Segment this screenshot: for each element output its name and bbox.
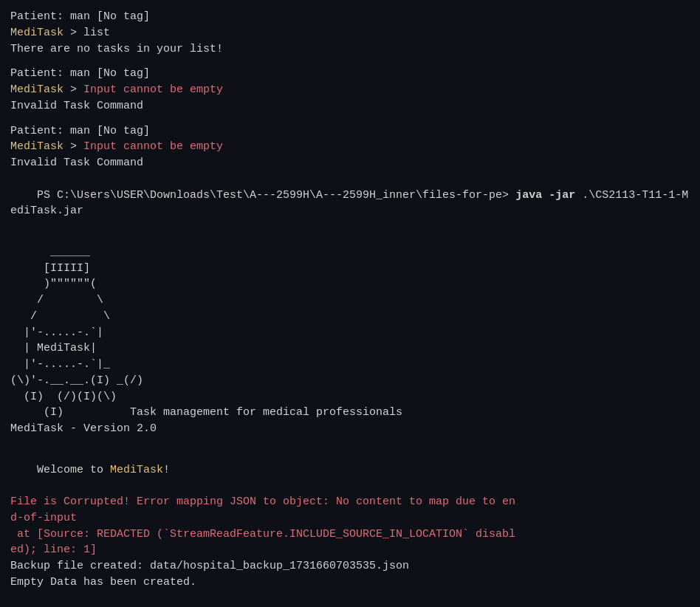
meditask-name-welcome: MediTask — [110, 464, 163, 476]
spacer-1 — [10, 57, 690, 66]
patient-label-1: Patient: man [No tag] — [10, 9, 690, 25]
file-corrupted-line: File is Corrupted! Error mapping JSON to… — [10, 494, 690, 527]
patient-label-3: Patient: man [No tag] — [10, 123, 690, 140]
welcome-line: Welcome to MediTask! — [10, 446, 690, 494]
prompt-line-3: MediTask > Input cannot be empty — [10, 139, 690, 155]
invalid-cmd-1: Invalid Task Command — [10, 98, 690, 114]
welcome-text: Welcome to — [37, 464, 110, 476]
patient-label-2: Patient: man [No tag] — [10, 66, 690, 82]
source-error-line: at [Source: REDACTED (`StreamReadFeature… — [10, 527, 690, 559]
meditask-prompt-2: MediTask — [10, 83, 64, 96]
prompt-arrow-2: > — [64, 83, 83, 96]
prompt-line-1: MediTask > list — [10, 25, 690, 41]
spacer-3 — [10, 236, 690, 244]
meditask-prompt-3: MediTask — [10, 140, 64, 153]
ascii-art-block: ______ [IIIII] )""""""( / \ / \ |'-.....… — [10, 244, 690, 437]
terminal-output: Patient: man [No tag] MediTask > list Th… — [10, 9, 690, 591]
command-list: list — [83, 27, 110, 39]
exclamation: ! — [163, 464, 170, 476]
no-tasks-msg: There are no tasks in your list! — [10, 41, 690, 58]
ps-command-line: PS C:\Users\USER\Downloads\Test\A---2599… — [10, 171, 690, 236]
java-cmd: java -jar — [515, 189, 575, 202]
error-msg-3: Input cannot be empty — [83, 140, 223, 153]
spacer-4 — [10, 437, 690, 446]
prompt-arrow-1: > — [64, 27, 83, 39]
meditask-prompt-1: MediTask — [10, 27, 64, 39]
empty-data-line: Empty Data has been created. — [10, 575, 690, 591]
error-msg-2: Input cannot be empty — [83, 83, 223, 96]
prompt-line-2: MediTask > Input cannot be empty — [10, 82, 690, 98]
spacer-2 — [10, 114, 690, 123]
invalid-cmd-2: Invalid Task Command — [10, 155, 690, 171]
backup-file-line: Backup file created: data/hospital_backu… — [10, 558, 690, 575]
ps-path: PS C:\Users\USER\Downloads\Test\A---2599… — [37, 189, 515, 202]
prompt-arrow-3: > — [64, 140, 83, 153]
